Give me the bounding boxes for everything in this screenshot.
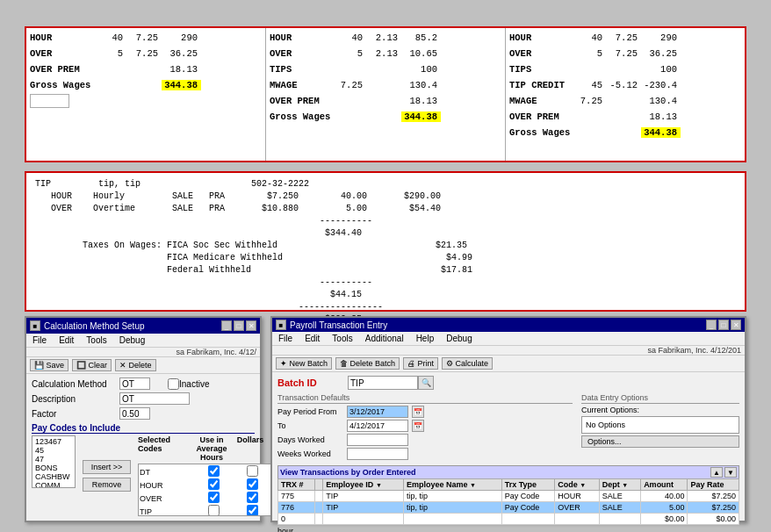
calc-method-window: ■ Calculation Method Setup _ □ ✕ File Ed… bbox=[25, 316, 262, 522]
dollars-hour[interactable] bbox=[234, 478, 270, 492]
cell-emp-id-775: TIP bbox=[323, 491, 404, 502]
pay-period-from-input[interactable] bbox=[347, 406, 408, 418]
factor-input[interactable] bbox=[119, 407, 150, 420]
p3-val-mwage-v1: 7.25 bbox=[580, 96, 606, 106]
list-item-123467[interactable]: 123467 bbox=[33, 437, 74, 446]
list-item-comm[interactable]: COMM bbox=[33, 481, 74, 488]
inactive-checkbox[interactable] bbox=[168, 378, 179, 390]
dollars-tip[interactable] bbox=[234, 505, 270, 516]
inactive-label: Inactive bbox=[179, 379, 209, 389]
pay-codes-list[interactable]: 123467 45 47 BONS CASHBW COMM EVAT HOLI … bbox=[32, 435, 76, 488]
save-button[interactable]: 💾 Save bbox=[30, 359, 68, 371]
code-hour: HOUR bbox=[140, 481, 192, 490]
remove-button[interactable]: Remove bbox=[83, 478, 131, 492]
p3-val-hour-v2: 7.25 bbox=[606, 32, 641, 43]
th-employee-id[interactable]: Employee ID ▼ bbox=[323, 479, 404, 491]
p3-row-gross: Gross Wages 344.38 bbox=[509, 125, 741, 140]
payroll-menubar[interactable]: File Edit Tools Additional Help Debug bbox=[272, 332, 745, 346]
payroll-titlebar-buttons[interactable]: _ □ ✕ bbox=[706, 320, 741, 330]
weeks-worked-input[interactable] bbox=[347, 448, 408, 460]
calc-method-input[interactable] bbox=[119, 377, 150, 390]
days-worked-input[interactable] bbox=[347, 434, 408, 446]
table-up-icon[interactable]: ▲ bbox=[710, 467, 723, 478]
pmenu-file[interactable]: File bbox=[276, 333, 295, 344]
pmenu-tools[interactable]: Tools bbox=[329, 333, 355, 344]
calc-menubar[interactable]: File Edit Tools Debug bbox=[26, 334, 260, 348]
p3-row-mwage: MWAGE 7.25 130.4 bbox=[509, 93, 741, 109]
list-item-47[interactable]: 47 bbox=[33, 455, 74, 464]
cell-icon-775 bbox=[315, 491, 323, 502]
payroll-minimize-button[interactable]: _ bbox=[706, 320, 717, 330]
hours-over[interactable] bbox=[196, 492, 231, 505]
calc-titlebar: ■ Calculation Method Setup _ □ ✕ bbox=[26, 318, 260, 334]
cell-payrate-775: $7.250 bbox=[688, 491, 739, 502]
print-button[interactable]: 🖨 Print bbox=[403, 357, 438, 370]
current-options-label-row: Current Options: bbox=[581, 406, 739, 414]
menu-debug[interactable]: Debug bbox=[117, 334, 148, 346]
list-item-cashbw[interactable]: CASHBW bbox=[33, 472, 74, 481]
table-row[interactable]: 775 TIP tip, tip Pay Code HOUR SALE 40.0… bbox=[278, 491, 739, 502]
pmenu-debug[interactable]: Debug bbox=[443, 333, 474, 344]
clear-button[interactable]: 🔲 Clear bbox=[72, 359, 112, 371]
p2-val-mwage-v1: 7.25 bbox=[340, 80, 366, 90]
menu-tools[interactable]: Tools bbox=[83, 334, 109, 346]
menu-file[interactable]: File bbox=[30, 334, 49, 346]
transaction-table-header: View Transactions by Order Entered ▲ ▼ bbox=[277, 465, 739, 478]
hours-hour[interactable] bbox=[196, 478, 231, 492]
p3-val-tipcredit-v1: 45 bbox=[580, 80, 606, 90]
description-input[interactable] bbox=[119, 392, 190, 405]
batch-search-button[interactable]: 🔍 bbox=[418, 376, 434, 390]
hours-tip[interactable] bbox=[196, 505, 231, 516]
calc-toolbar[interactable]: 💾 Save 🔲 Clear ✕ Delete bbox=[26, 357, 260, 374]
label-over: OVER bbox=[30, 48, 100, 59]
empty-cell[interactable] bbox=[30, 94, 69, 108]
dollars-over[interactable] bbox=[234, 492, 270, 505]
pay-period-to-row: To 📅 bbox=[277, 420, 573, 432]
th-code[interactable]: Code ▼ bbox=[555, 479, 600, 491]
p3-val-tipcredit-v3: -230.4 bbox=[641, 80, 681, 90]
minimize-button[interactable]: _ bbox=[221, 320, 232, 331]
dollars-dt[interactable] bbox=[234, 465, 270, 478]
table-row[interactable]: 776 TIP tip, tip Pay Code OVER SALE 5.00… bbox=[278, 502, 739, 514]
batch-id-row: Batch ID 🔍 bbox=[277, 376, 739, 390]
list-item-45[interactable]: 45 bbox=[33, 446, 74, 455]
close-button[interactable]: ✕ bbox=[246, 320, 256, 331]
cell-trx-type-0 bbox=[501, 514, 554, 525]
table-down-icon[interactable]: ▼ bbox=[724, 467, 737, 478]
payroll-close-button[interactable]: ✕ bbox=[731, 320, 741, 330]
new-batch-button[interactable]: ✦ New Batch bbox=[276, 357, 332, 370]
cal-icon-to[interactable]: 📅 bbox=[412, 420, 424, 432]
receipt-federal: Federal Withheld $17.81 bbox=[35, 264, 736, 277]
table-icons[interactable]: ▲ ▼ bbox=[710, 467, 737, 478]
pmenu-additional[interactable]: Additional bbox=[363, 333, 407, 344]
pmenu-edit[interactable]: Edit bbox=[302, 333, 322, 344]
p3-val-gross-v3: 344.38 bbox=[641, 127, 681, 138]
maximize-button[interactable]: □ bbox=[234, 320, 244, 331]
calc-titlebar-buttons[interactable]: _ □ ✕ bbox=[221, 320, 256, 331]
payroll-toolbar[interactable]: ✦ New Batch 🗑 Delete Batch 🖨 Print ⚙ Cal… bbox=[272, 356, 745, 372]
data-entry-options-title: Data Entry Options bbox=[581, 393, 739, 404]
calculate-button[interactable]: ⚙ Calculate bbox=[442, 357, 493, 370]
options-button[interactable]: Options... bbox=[581, 435, 739, 448]
weeks-worked-label: Weeks Worked bbox=[277, 449, 343, 458]
row-empty-cell[interactable] bbox=[30, 93, 262, 109]
insert-button[interactable]: Insert >> bbox=[83, 460, 131, 474]
batch-id-input[interactable] bbox=[348, 376, 418, 390]
delete-batch-button[interactable]: 🗑 Delete Batch bbox=[335, 357, 400, 370]
row-gross-wages: Gross Wages 344.38 bbox=[30, 77, 262, 93]
p3-label-tipcredit: TIP CREDIT bbox=[509, 80, 580, 90]
cell-dept-0 bbox=[599, 514, 640, 525]
cal-icon-from[interactable]: 📅 bbox=[412, 406, 424, 418]
selected-codes-list[interactable]: DT HOUR OVER bbox=[138, 464, 271, 516]
val-hour-v2: 7.25 bbox=[126, 32, 162, 43]
menu-edit[interactable]: Edit bbox=[56, 334, 76, 346]
list-item-bons[interactable]: BONS bbox=[33, 464, 74, 472]
pmenu-help[interactable]: Help bbox=[414, 333, 437, 344]
hours-dt[interactable] bbox=[196, 465, 231, 478]
th-dept[interactable]: Dept ▼ bbox=[599, 479, 640, 491]
th-employee-name[interactable]: Employee Name ▼ bbox=[403, 479, 501, 491]
delete-button[interactable]: ✕ Delete bbox=[115, 359, 156, 371]
pay-period-to-input[interactable] bbox=[347, 420, 408, 432]
payroll-maximize-button[interactable]: □ bbox=[718, 320, 729, 330]
table-row[interactable]: 0 $0.00 $0.00 bbox=[278, 514, 739, 525]
